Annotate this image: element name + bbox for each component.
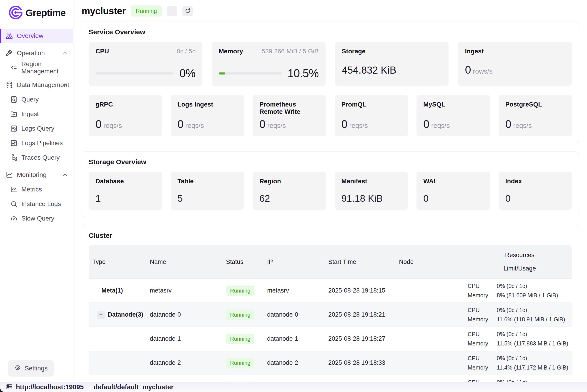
memory-resource-value: 11.6% (118.91 MiB / 1 GiB) xyxy=(497,316,565,323)
sidebar-item-overview[interactable]: Overview xyxy=(0,28,73,43)
cell-resources: CPU0% (0c / 1c)Memory10.1% (103.691 MiB … xyxy=(464,376,572,382)
collapse-toggle-button[interactable] xyxy=(97,311,105,319)
ingest-card: Ingest 0rows/s xyxy=(458,42,572,86)
memory-percent: 10.5% xyxy=(287,67,319,80)
rate-card-unit: reqs/s xyxy=(267,122,286,129)
rate-card-unit: reqs/s xyxy=(185,122,204,129)
settings-button[interactable]: Settings xyxy=(8,360,54,376)
storage-label: Storage xyxy=(342,48,366,55)
sidebar-item-label: Logs Query xyxy=(21,125,54,132)
rate-card-label: gRPC xyxy=(96,101,155,108)
refresh-button[interactable] xyxy=(182,6,193,16)
status-bar: http://localhost:19095 default/default_m… xyxy=(0,382,587,392)
cluster-action-button[interactable] xyxy=(167,6,177,16)
sidebar-item-monitoring[interactable]: Monitoring xyxy=(0,168,73,182)
storage-card-value: 1 xyxy=(96,193,155,204)
cpu-detail: 0c / 5c xyxy=(177,48,195,55)
sidebar-item-instance-logs[interactable]: Instance Logs xyxy=(0,197,73,211)
sidebar-item-label: Overview xyxy=(17,32,44,40)
cpu-resource-value: 0% (0c / 1c) xyxy=(497,379,527,382)
cell-type: Datanode(3) xyxy=(89,311,146,319)
memory-resource-label: Memory xyxy=(468,316,497,323)
wrench-icon xyxy=(6,49,13,57)
cell-resources: CPU0% (0c / 1c)Memory11.6% (118.91 MiB /… xyxy=(464,304,572,326)
rate-card-postgresql: PostgreSQL0reqs/s xyxy=(499,95,572,136)
sidebar-item-traces-query[interactable]: Traces Query xyxy=(0,150,73,165)
cell-ip: datanode-1 xyxy=(263,335,325,342)
rate-card-label: Logs Ingest xyxy=(178,101,237,108)
type-label: Datanode(3) xyxy=(108,311,143,318)
storage-card-database: Database1 xyxy=(89,172,162,210)
ingest-value: 0 xyxy=(465,64,471,76)
cell-status: Running xyxy=(222,310,263,320)
storage-card-region: Region62 xyxy=(252,172,326,210)
rate-card-mysql: MySQL0reqs/s xyxy=(417,95,490,136)
cell-resources: CPU0% (0c / 1c)Memory11.5% (117.883 MiB … xyxy=(464,328,572,350)
cluster-status-badge: Running xyxy=(131,6,162,16)
cell-start-time: 2025-08-28 19:18:15 xyxy=(325,287,395,294)
storage-card-value: 0 xyxy=(423,193,483,204)
query-icon xyxy=(10,96,18,103)
memory-resource-label: Memory xyxy=(468,364,497,371)
cell-ip: datanode-0 xyxy=(263,311,325,318)
sidebar-item-query[interactable]: Query xyxy=(0,92,73,107)
sidebar-item-label: Region Management xyxy=(21,60,73,75)
cpu-resource-label: CPU xyxy=(468,283,497,289)
cpu-resource-value: 0% (0c / 1c) xyxy=(497,331,527,338)
storage-overview-panel: Storage Overview Database1Table5Region62… xyxy=(82,152,579,217)
sidebar-item-label: Logs Pipelines xyxy=(21,140,63,147)
memory-resource-value: 11.4% (117.172 MiB / 1 GiB) xyxy=(497,364,568,371)
ingest-label: Ingest xyxy=(465,48,484,55)
sidebar-item-logs-query[interactable]: Logs Query xyxy=(0,121,73,136)
minus-icon xyxy=(98,312,104,318)
cell-start-time: 2025-08-28 19:18:21 xyxy=(325,311,395,318)
storage-card-label: WAL xyxy=(423,178,483,185)
chevron-up-icon[interactable] xyxy=(62,50,68,56)
cluster-table-row: Frontend(1)frontend-0Runningfrontend-020… xyxy=(89,375,572,382)
cluster-panel: Cluster Type Name Status IP Start Time N… xyxy=(82,225,579,382)
sidebar-item-label: Operation xyxy=(17,50,45,57)
cluster-table-row: Meta(1)metasrvRunningmetasrv2025-08-28 1… xyxy=(89,278,572,302)
col-ip: IP xyxy=(263,258,325,266)
sidebar-item-label: Metrics xyxy=(21,186,42,193)
rate-card-value: 0 xyxy=(259,118,265,130)
chevron-up-icon[interactable] xyxy=(62,172,68,178)
traces-query-icon xyxy=(10,154,18,162)
memory-resource-value: 8% (81.609 MiB / 1 GiB) xyxy=(497,292,558,299)
type-label: Meta(1) xyxy=(101,287,123,294)
window-corner xyxy=(0,388,5,392)
sidebar-item-metrics[interactable]: Metrics xyxy=(0,182,73,197)
storage-card-index: Index0 xyxy=(499,172,572,210)
sidebar-item-region-management[interactable]: Region Management xyxy=(0,60,73,75)
region-management-icon xyxy=(10,64,18,72)
memory-resource-label: Memory xyxy=(468,292,497,299)
storage-overview-title: Storage Overview xyxy=(89,158,572,166)
cell-type: Meta(1) xyxy=(89,287,146,294)
sidebar-item-label: Instance Logs xyxy=(21,200,61,208)
sidebar-item-ingest[interactable]: Ingest xyxy=(0,107,73,121)
cpu-resource-value: 0% (0c / 1c) xyxy=(497,307,527,314)
sidebar-item-slow-query[interactable]: Slow Query xyxy=(0,211,73,226)
monitoring-icon xyxy=(6,171,13,179)
metrics-icon xyxy=(10,186,18,193)
brand-name: Greptime xyxy=(26,8,66,18)
cell-start-time: 2025-08-28 19:18:33 xyxy=(325,359,395,366)
logs-pipelines-icon xyxy=(10,139,18,147)
rate-card-label: MySQL xyxy=(423,101,483,108)
chevron-up-icon[interactable] xyxy=(62,82,68,88)
cluster-table-row: datanode-1Runningdatanode-12025-08-28 19… xyxy=(89,326,572,351)
sidebar-item-label: Ingest xyxy=(21,110,39,118)
sidebar-item-operation[interactable]: Operation xyxy=(0,46,73,60)
cpu-percent: 0% xyxy=(179,67,195,80)
memory-card: Memory 539.266 MiB / 5 GiB 10.5% xyxy=(212,42,326,86)
sidebar-item-label: Query xyxy=(21,96,39,103)
col-node: Node xyxy=(395,258,464,266)
sidebar-item-logs-pipelines[interactable]: Logs Pipelines xyxy=(0,136,73,150)
memory-label: Memory xyxy=(219,48,243,55)
sidebar-item-data-management[interactable]: Data Management xyxy=(0,78,73,92)
col-name: Name xyxy=(146,258,222,266)
cpu-card: CPU 0c / 5c 0% xyxy=(89,42,202,86)
storage-card-value: 0 xyxy=(505,193,565,204)
rate-card-logs-ingest: Logs Ingest0reqs/s xyxy=(171,95,244,136)
rate-card-unit: reqs/s xyxy=(513,122,532,129)
